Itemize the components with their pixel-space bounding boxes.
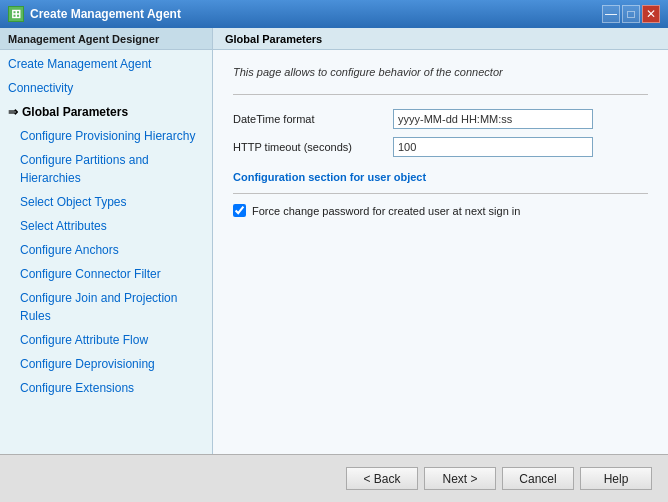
content-area: Management Agent Designer Create Managem… [0,28,668,454]
http-timeout-label: HTTP timeout (seconds) [233,141,393,153]
cancel-button[interactable]: Cancel [502,467,574,490]
sidebar-item-select-attributes[interactable]: Select Attributes [0,214,212,238]
sidebar-header: Management Agent Designer [0,28,212,50]
title-bar: ⊞ Create Management Agent — □ ✕ [0,0,668,28]
http-timeout-input[interactable] [393,137,593,157]
http-timeout-row: HTTP timeout (seconds) [233,137,648,157]
sidebar-item-configure-attribute-flow[interactable]: Configure Attribute Flow [0,328,212,352]
sidebar-items: Create Management Agent Connectivity ⇒ G… [0,50,212,454]
main-container: Management Agent Designer Create Managem… [0,28,668,502]
sidebar-item-select-object-types[interactable]: Select Object Types [0,190,212,214]
active-arrow-icon: ⇒ [8,103,18,121]
sidebar-item-configure-connector-filter[interactable]: Configure Connector Filter [0,262,212,286]
sidebar-item-connectivity[interactable]: Connectivity [0,76,212,100]
back-button[interactable]: < Back [346,467,418,490]
datetime-format-input[interactable] [393,109,593,129]
force-change-password-checkbox[interactable] [233,204,246,217]
maximize-button[interactable]: □ [622,5,640,23]
close-button[interactable]: ✕ [642,5,660,23]
page-description: This page allows to configure behavior o… [233,66,648,78]
help-button[interactable]: Help [580,467,652,490]
sidebar-item-create-management-agent[interactable]: Create Management Agent [0,52,212,76]
window-title: Create Management Agent [30,7,181,21]
force-change-password-row: Force change password for created user a… [233,204,648,217]
sidebar-item-configure-extensions[interactable]: Configure Extensions [0,376,212,400]
sidebar-item-configure-partitions-hierarchies[interactable]: Configure Partitions and Hierarchies [0,148,212,190]
app-icon-symbol: ⊞ [11,7,21,21]
datetime-format-row: DateTime format [233,109,648,129]
panel-header: Global Parameters [213,28,668,50]
next-button[interactable]: Next > [424,467,496,490]
sidebar-item-configure-deprovisioning[interactable]: Configure Deprovisioning [0,352,212,376]
sidebar-item-configure-join-projection[interactable]: Configure Join and Projection Rules [0,286,212,328]
sidebar-item-configure-provisioning-hierarchy[interactable]: Configure Provisioning Hierarchy [0,124,212,148]
minimize-button[interactable]: — [602,5,620,23]
app-icon: ⊞ [8,6,24,22]
force-change-password-label: Force change password for created user a… [252,205,520,217]
sidebar-item-global-parameters[interactable]: ⇒ Global Parameters [0,100,212,124]
separator-config [233,193,648,194]
main-panel: Global Parameters This page allows to co… [213,28,668,454]
sidebar: Management Agent Designer Create Managem… [0,28,213,454]
window-controls: — □ ✕ [602,5,660,23]
panel-content: This page allows to configure behavior o… [213,50,668,454]
sidebar-item-configure-anchors[interactable]: Configure Anchors [0,238,212,262]
footer: < Back Next > Cancel Help [0,454,668,502]
separator-top [233,94,648,95]
datetime-format-label: DateTime format [233,113,393,125]
config-section-label: Configuration section for user object [233,171,648,183]
